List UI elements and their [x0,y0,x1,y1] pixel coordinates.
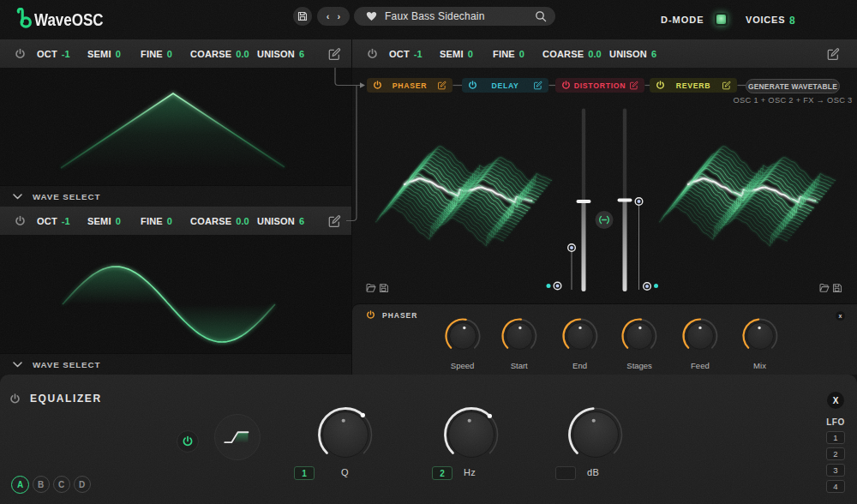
osc1-semi-value[interactable]: 0 [116,49,121,59]
equalizer-power-icon[interactable] [9,393,21,405]
osc2-semi-value[interactable]: 0 [116,216,121,226]
open-wavetable-icon[interactable] [367,285,375,292]
reverb-power-button[interactable] [656,81,665,90]
phaser-power-button[interactable] [373,81,382,90]
phaser-panel-title: PHASER [382,311,417,320]
osc2-wave-display[interactable] [0,235,351,353]
snapshot-d-button[interactable]: D [74,476,91,493]
open-wavetable-icon[interactable] [820,285,829,292]
lfo-label: LFO [823,417,848,427]
voices-value[interactable]: 8 [789,15,795,27]
equalizer-power-button[interactable] [177,430,199,453]
distortion-edit-button[interactable] [629,81,638,90]
lfo-button-2[interactable]: 2 [826,447,845,460]
phaser-panel-power-button[interactable] [366,310,375,320]
equalizer-panel: EQUALIZER X 1 [0,375,857,504]
morph-faders[interactable] [524,99,686,298]
snapshot-a-button[interactable]: A [11,476,29,494]
osc2-fine-value[interactable]: 0 [167,216,172,226]
phaser-panel-header: PHASER [366,310,417,320]
osc2-power-button[interactable] [15,215,26,226]
osc1-coarse-label: COARSE [190,49,231,59]
osc2-unison-value[interactable]: 6 [299,216,304,226]
osc3-fine-value[interactable]: 0 [519,49,524,59]
eq-db-value-box[interactable] [555,466,576,480]
equalizer-close-button[interactable]: X [827,392,844,409]
knob-label: Mix [741,361,779,370]
reverb-edit-button[interactable] [722,81,731,90]
osc2-wave-select[interactable]: WAVE SELECT [0,353,351,375]
osc3-power-button[interactable] [367,48,378,59]
eq-q-label: Q [341,467,349,477]
osc3-coarse-value[interactable]: 0.0 [588,49,601,59]
phaser-speed-knob[interactable]: Speed [444,317,482,369]
osc1-unison-value[interactable]: 6 [299,49,304,59]
osc1-wave-select[interactable]: WAVE SELECT [0,185,351,207]
phaser-edit-button[interactable] [437,81,446,90]
save-wavetable-icon[interactable] [834,285,842,292]
d-mode-toggle[interactable] [715,13,728,26]
osc3-semi-label: SEMI [440,49,464,59]
osc2-coarse-value[interactable]: 0.0 [236,216,249,226]
phaser-end-knob[interactable]: End [561,317,599,369]
osc3-semi-value[interactable]: 0 [468,49,473,59]
highpass-curve-icon [223,427,252,448]
oscillator-column: OCT-1 SEMI0 FINE0 COARSE0.0 UNISON6 WAVE… [0,39,351,375]
fx-block-phaser[interactable]: PHASER [367,78,452,93]
wavetable-column: OCT-1 SEMI0 FINE0 COARSE0.0 UNISON6 PHAS… [351,39,857,375]
osc1-wave-display[interactable] [0,68,351,185]
distortion-power-button[interactable] [561,81,571,90]
lfo-button-3[interactable]: 3 [826,464,845,477]
phaser-stages-knob[interactable]: Stages [620,317,658,369]
osc3-unison-value[interactable]: 6 [651,49,656,59]
search-icon[interactable] [535,10,547,22]
fx-block-distortion[interactable]: DISTORTION [555,78,644,93]
favorite-icon[interactable] [366,11,377,21]
eq-q-knob[interactable] [317,406,374,463]
delay-edit-button[interactable] [533,81,542,90]
phaser-close-button[interactable]: x [836,311,845,321]
osc2-fine-label: FINE [141,216,163,226]
save-wavetable-icon[interactable] [381,285,388,292]
phaser-label: PHASER [382,81,437,90]
voices-label: VOICES [746,15,785,25]
prev-preset-button[interactable]: ‹ [327,12,330,21]
eq-hz-knob[interactable] [443,406,500,463]
osc1-edit-button[interactable] [327,47,341,61]
filter-shape-button[interactable] [214,414,261,460]
save-preset-button[interactable] [293,7,312,26]
eq-hz-value-box[interactable]: 2 [432,466,452,480]
app-title: WaveOSC [34,10,104,30]
phaser-feed-knob[interactable]: Feed [681,317,719,369]
eq-q-value-box[interactable]: 1 [294,466,315,480]
chevron-down-icon [13,362,22,368]
osc2-oct-value[interactable]: -1 [62,216,70,226]
fx-block-reverb[interactable]: REVERB [650,78,737,93]
lfo-button-4[interactable]: 4 [826,480,845,493]
preset-selector[interactable]: Faux Bass Sidechain [354,7,555,26]
osc1-fine-label: FINE [141,49,163,59]
osc1-oct-label: OCT [37,49,57,59]
eq-db-knob[interactable] [567,406,624,463]
osc3-fine-label: FINE [493,49,515,59]
phaser-start-knob[interactable]: Start [500,317,538,369]
wave-select-label: WAVE SELECT [33,360,100,369]
osc1-power-button[interactable] [15,48,26,59]
fx-block-delay[interactable]: DELAY [462,78,548,93]
next-preset-button[interactable]: › [338,12,341,21]
osc3-oct-value[interactable]: -1 [414,49,423,59]
header-bar: WaveOSC ‹ › Faux Bass Sidechain D-MODE [0,0,857,39]
delay-power-button[interactable] [468,81,477,90]
osc1-semi-label: SEMI [87,49,111,59]
osc3-edit-button[interactable] [826,47,840,61]
snapshot-c-button[interactable]: C [53,476,70,493]
osc2-edit-button[interactable] [327,214,341,228]
osc1-fine-value[interactable]: 0 [167,49,172,59]
osc1-oct-value[interactable]: -1 [62,49,70,59]
snapshot-b-button[interactable]: B [33,476,50,493]
lfo-button-1[interactable]: 1 [826,431,845,444]
eq-hz-label: Hz [464,467,476,477]
phaser-mix-knob[interactable]: Mix [741,317,779,369]
generate-wavetable-button[interactable]: GENERATE WAVETABLE [746,79,840,93]
osc1-coarse-value[interactable]: 0.0 [236,49,249,59]
